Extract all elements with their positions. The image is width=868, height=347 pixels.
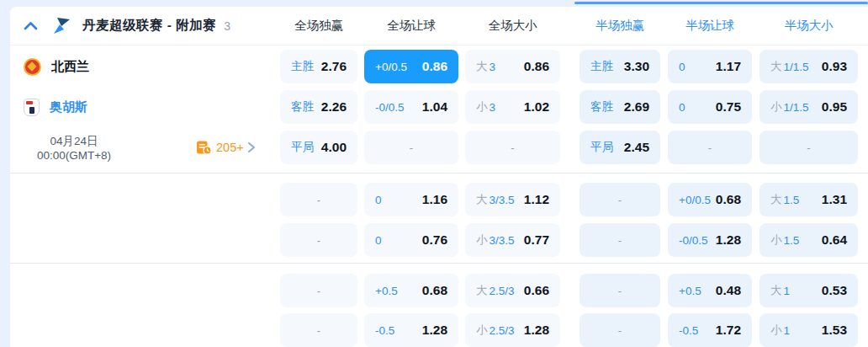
odds-line-label: 3 xyxy=(490,101,496,114)
odds-line-label: 1 xyxy=(784,285,791,297)
odds-value: 1.53 xyxy=(822,323,847,338)
odds-cell[interactable]: 01.16 xyxy=(364,183,458,216)
empty-dash: - xyxy=(511,141,514,154)
home-team-row: 北西兰 xyxy=(24,50,89,83)
odds-value: 2.69 xyxy=(624,99,649,115)
odds-cell[interactable]: 平局2.45 xyxy=(580,131,660,164)
odds-cell[interactable]: 小2.5/31.28 xyxy=(465,313,560,347)
odds-cell-empty: - xyxy=(280,223,357,257)
match-count-badge: 3 xyxy=(224,19,230,33)
odds-value: 0.64 xyxy=(822,232,847,248)
odds-value: 0.77 xyxy=(524,232,549,248)
badge-crest xyxy=(29,107,34,114)
odds-line-label: 2.5/3 xyxy=(490,285,515,297)
odds-cell[interactable]: 小1.50.64 xyxy=(760,223,858,257)
odds-cell[interactable]: +0.50.68 xyxy=(364,274,458,307)
odds-cell[interactable]: 客胜2.69 xyxy=(580,90,660,124)
odds-line-label: -0/0.5 xyxy=(375,101,405,114)
more-markets-link[interactable]: 205+ xyxy=(196,131,256,164)
odds-value: 1.17 xyxy=(716,59,741,74)
empty-dash: - xyxy=(317,324,320,337)
odds-cell[interactable]: 主胜3.30 xyxy=(580,50,660,83)
odds-cell[interactable]: 小1/1.50.95 xyxy=(760,90,858,124)
odds-line-label: 3 xyxy=(490,61,496,73)
odds-cell[interactable]: 大1/1.50.93 xyxy=(760,50,858,83)
odds-cell[interactable]: 主胜2.76 xyxy=(280,50,357,83)
odds-cell[interactable]: 01.17 xyxy=(668,50,752,83)
odds-cell[interactable]: -0.51.72 xyxy=(668,313,752,347)
away-team-badge xyxy=(24,99,40,116)
column-header-half-overunder: 半场大小 xyxy=(760,7,858,45)
odds-line-label: -0/0.5 xyxy=(679,234,708,247)
empty-dash: - xyxy=(410,141,413,154)
odds-cell[interactable]: 大3/3.51.12 xyxy=(465,183,560,216)
odds-value: 2.45 xyxy=(624,140,649,155)
empty-dash: - xyxy=(317,194,320,206)
column-header-half-handicap: 半场让球 xyxy=(668,7,752,45)
odds-cell[interactable]: 大30.86 xyxy=(465,50,560,83)
odds-value: 0.53 xyxy=(822,283,847,298)
odds-cell[interactable]: +0.50.48 xyxy=(668,274,752,307)
column-header-full-overunder: 全场大小 xyxy=(465,7,560,45)
line-prefix: 小 xyxy=(770,323,782,338)
odds-line-label: 1/1.5 xyxy=(784,101,809,114)
half-section-topline xyxy=(574,2,868,4)
badge-crest xyxy=(26,101,33,104)
odds-cell-empty: - xyxy=(580,223,660,257)
odds-cell[interactable]: -0/0.51.04 xyxy=(364,90,458,124)
odds-value: 0.66 xyxy=(524,283,549,298)
odds-value: 1.72 xyxy=(716,323,741,338)
odds-cell-empty: - xyxy=(580,274,660,307)
odds-cell[interactable]: 大10.53 xyxy=(760,274,858,307)
line-prefix: 大 xyxy=(770,283,782,298)
odds-cell-empty: - xyxy=(580,183,660,216)
odds-cell-selected[interactable]: +0/0.50.86 xyxy=(364,50,458,83)
odds-cell[interactable]: 00.75 xyxy=(668,90,752,124)
empty-dash: - xyxy=(807,141,810,154)
empty-dash: - xyxy=(618,324,622,337)
odds-cell-empty: - xyxy=(580,313,660,347)
line-prefix: 大 xyxy=(476,192,488,207)
odds-value: 0.68 xyxy=(716,192,741,207)
odds-cell[interactable]: 小31.02 xyxy=(465,90,560,124)
odds-line-label: 1.5 xyxy=(784,194,800,206)
collapse-button[interactable] xyxy=(24,21,38,30)
odds-cell[interactable]: -0/0.51.28 xyxy=(668,223,752,257)
odds-cell[interactable]: 小11.53 xyxy=(760,313,858,347)
odds-value: 1.04 xyxy=(422,99,447,115)
odds-line-label: 1 xyxy=(784,324,791,337)
odds-cell[interactable]: 00.76 xyxy=(364,223,458,257)
odds-cell[interactable]: 客胜2.26 xyxy=(280,90,357,124)
odds-line-label: 0 xyxy=(375,234,382,247)
odds-cell[interactable]: -0.51.28 xyxy=(364,313,458,347)
badge-crest xyxy=(27,61,36,71)
odds-cell-empty: - xyxy=(280,274,357,307)
odds-value: 1.02 xyxy=(524,99,549,115)
odds-line-label: +0.5 xyxy=(375,285,398,297)
line-prefix: 大 xyxy=(770,59,782,74)
odds-line-label: 3/3.5 xyxy=(490,194,515,206)
odds-cell-empty: - xyxy=(364,131,458,164)
odds-cell[interactable]: +0/0.50.68 xyxy=(668,183,752,216)
odds-value: 1.12 xyxy=(524,192,549,207)
section-divider xyxy=(10,173,868,174)
odds-value: 0.75 xyxy=(716,99,741,115)
odds-cell[interactable]: 小3/3.50.77 xyxy=(465,223,560,257)
chevron-right-icon xyxy=(247,141,256,153)
odds-cell[interactable]: 大1.51.31 xyxy=(760,183,858,216)
odds-value: 0.48 xyxy=(716,283,741,298)
odds-value: 0.86 xyxy=(524,59,549,74)
empty-dash: - xyxy=(317,234,320,247)
home-team-name: 北西兰 xyxy=(51,59,89,75)
column-header-full-handicap: 全场让球 xyxy=(364,7,458,45)
odds-value: 3.30 xyxy=(624,59,649,74)
away-team-row: 奥胡斯 xyxy=(24,90,87,124)
empty-dash: - xyxy=(317,285,320,297)
odds-cell[interactable]: 平局4.00 xyxy=(280,131,357,164)
odds-line-label: -0.5 xyxy=(375,324,394,337)
empty-dash: - xyxy=(708,141,712,154)
section-divider xyxy=(10,263,868,264)
away-team-name: 奥胡斯 xyxy=(50,99,87,115)
odds-cell[interactable]: 大2.5/30.66 xyxy=(465,274,560,307)
line-prefix: 小 xyxy=(476,232,488,248)
